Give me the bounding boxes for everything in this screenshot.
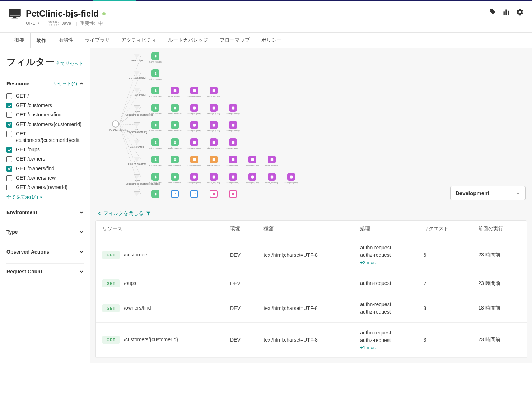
tab-2[interactable]: 脆弱性 (52, 33, 79, 48)
flow-node[interactable]: authn-request (151, 104, 159, 112)
gear-icon[interactable] (516, 9, 523, 16)
flow-node[interactable]: authn-request (151, 52, 159, 60)
flow-node[interactable]: storage-query (171, 87, 179, 94)
show-all-link[interactable]: 全てを表示(14) (6, 194, 84, 200)
table-row[interactable]: GET/owners/findDEVtext/html;charset=UTF-… (96, 294, 527, 322)
flow-node[interactable]: storage-query (268, 173, 276, 181)
tab-7[interactable]: ポリシー (256, 33, 287, 48)
flow-node[interactable]: authn-request (151, 69, 159, 77)
table-header[interactable]: 前回の実行 (472, 221, 527, 237)
table-row[interactable]: GET/oupsDEVauthn-request223 時間前 (96, 273, 527, 294)
table-header[interactable]: 種類 (257, 221, 354, 237)
flow-node[interactable]: authn-request (151, 156, 159, 163)
flow-method-node[interactable] (134, 54, 140, 59)
flow-node[interactable]: authz-request (171, 173, 179, 181)
flow-node[interactable]: storage-query (229, 156, 237, 163)
resource-checkbox-5[interactable]: GET /oups (6, 146, 84, 153)
flow-node[interactable]: storage-query (229, 121, 237, 129)
tab-3[interactable]: ライブラリ (79, 33, 116, 48)
flow-node[interactable]: storage-query (248, 173, 256, 181)
checkbox[interactable] (6, 147, 12, 153)
tab-6[interactable]: フローマップ (214, 33, 256, 48)
flow-node[interactable]: storage-query (190, 104, 198, 112)
table-row[interactable]: GET/customers/{customerId}DEVtext/html;c… (96, 322, 527, 358)
table-header[interactable]: リソース (96, 221, 224, 237)
flow-node[interactable]: authz-request (171, 156, 179, 163)
flow-method-node[interactable] (134, 191, 140, 196)
flow-node[interactable]: storage-query (210, 173, 218, 181)
reset-resource-link[interactable]: リセット(4) (53, 80, 77, 87)
filter-section-head[interactable]: Environment (6, 204, 84, 220)
flow-node[interactable]: storage-query (229, 173, 237, 181)
flow-node[interactable]: storage-query (210, 121, 218, 129)
flow-node[interactable]: authn-request (151, 87, 159, 94)
filter-section-head[interactable]: Observed Actions (6, 244, 84, 260)
flow-node[interactable]: storage-query (229, 104, 237, 112)
checkbox[interactable] (6, 166, 12, 172)
resource-checkbox-9[interactable]: GET /owners/{ownerId} (6, 184, 84, 190)
checkbox[interactable] (6, 185, 12, 190)
flow-node[interactable] (151, 190, 159, 198)
resource-checkbox-1[interactable]: GET /customers (6, 102, 84, 108)
flow-node[interactable]: authz-request (171, 121, 179, 129)
flow-method-node[interactable] (134, 105, 140, 110)
flow-node[interactable] (210, 190, 218, 198)
flow-node[interactable]: authz-request (171, 104, 179, 112)
flow-method-node[interactable] (134, 140, 140, 145)
flow-node[interactable] (190, 190, 198, 198)
checkbox[interactable] (6, 156, 12, 162)
resource-checkbox-3[interactable]: GET /customers/{customerId} (6, 121, 84, 128)
flow-node[interactable]: storage-query (210, 138, 218, 146)
flow-node[interactable]: storage-query (190, 121, 198, 129)
flow-method-node[interactable] (134, 122, 140, 128)
checkbox[interactable] (6, 103, 12, 108)
flow-node[interactable]: authn-request (151, 138, 159, 146)
checkbox[interactable] (6, 122, 12, 128)
flow-node[interactable]: storage-query (287, 173, 295, 181)
tag-icon[interactable] (489, 9, 496, 16)
resource-checkbox-2[interactable]: GET /customers/find (6, 111, 84, 118)
stats-icon[interactable] (503, 9, 510, 16)
flow-method-node[interactable] (134, 71, 140, 76)
flow-node[interactable]: load-xml-wsm (190, 156, 198, 163)
flow-node[interactable]: storage-query (268, 156, 276, 163)
table-header[interactable]: 環境 (224, 221, 257, 237)
filter-section-head[interactable]: Type (6, 224, 84, 240)
flow-node[interactable]: load-xml-wsm (210, 156, 218, 163)
flow-node[interactable]: storage-query (229, 138, 237, 146)
flow-node[interactable]: storage-query (210, 87, 218, 94)
resource-checkbox-8[interactable]: GET /owners/new (6, 175, 84, 181)
flowgraph[interactable]: PetClinic-bjs-field Development GET /oup… (90, 48, 532, 207)
filter-section-head[interactable]: Request Count (6, 264, 84, 279)
table-header[interactable]: 処理 (354, 221, 417, 237)
flow-node[interactable] (171, 190, 179, 198)
checkbox[interactable] (6, 175, 12, 181)
tab-0[interactable]: 概要 (9, 33, 30, 48)
resource-checkbox-6[interactable]: GET /owners (6, 156, 84, 162)
flow-node[interactable]: storage-query (248, 156, 256, 163)
flow-node[interactable]: authn-request (151, 121, 159, 129)
flow-node[interactable]: storage-query (190, 173, 198, 181)
environment-select[interactable]: Development (450, 186, 526, 200)
resource-checkbox-0[interactable]: GET / (6, 93, 84, 99)
flow-node[interactable]: authz-request (171, 138, 179, 146)
checkbox[interactable] (6, 112, 12, 118)
resource-checkbox-7[interactable]: GET /owners/find (6, 165, 84, 172)
more-link[interactable]: +1 more (360, 344, 410, 351)
flow-node[interactable]: storage-query (210, 104, 218, 112)
flow-origin-node[interactable] (112, 120, 119, 128)
tab-1[interactable]: 動作 (30, 33, 52, 48)
tab-5[interactable]: ルートカバレッジ (162, 33, 214, 48)
more-link[interactable]: +2 more (360, 259, 410, 266)
flow-node[interactable]: storage-query (190, 138, 198, 146)
flow-method-node[interactable] (134, 88, 140, 93)
checkbox[interactable] (6, 131, 12, 137)
table-row[interactable]: GET/customersDEVtext/html;charset=UTF-8a… (96, 237, 527, 273)
checkbox[interactable] (6, 93, 12, 99)
flow-node[interactable] (229, 190, 237, 198)
flow-node[interactable]: storage-query (190, 87, 198, 94)
filter-section-head-resource[interactable]: Resource リセット(4) (6, 77, 84, 91)
resource-checkbox-4[interactable]: GET /customers/{customerId}/edit (6, 130, 84, 143)
close-filter-link[interactable]: フィルタを閉じる (90, 207, 532, 220)
reset-all-link[interactable]: 全てリセット (56, 60, 84, 67)
